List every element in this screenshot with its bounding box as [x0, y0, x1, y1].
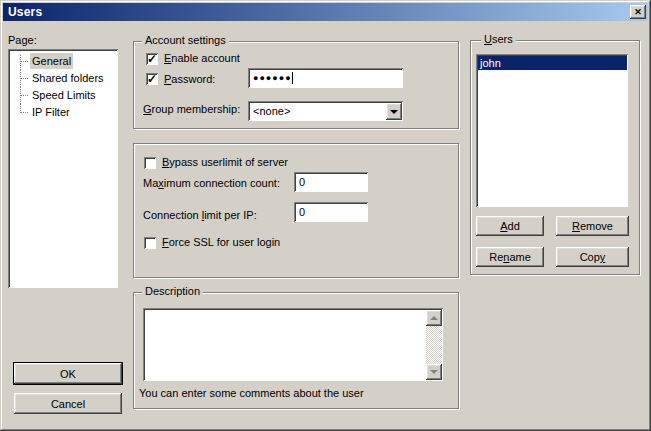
password-value: ●●●●●●: [253, 73, 292, 83]
close-button[interactable]: ✕: [630, 5, 646, 19]
scroll-up-button[interactable]: [426, 310, 442, 326]
copy-button[interactable]: Copy: [556, 247, 629, 267]
chevron-down-icon: [390, 110, 398, 118]
max-connection-count-label: Maximum connection count:: [143, 177, 280, 189]
connection-limit-per-ip-value: 0: [299, 206, 305, 218]
force-ssl-checkbox[interactable]: [144, 237, 157, 250]
close-icon: ✕: [634, 8, 642, 17]
users-group: Users john Add Remove Rename Copy: [470, 40, 640, 275]
tree-item-label: IP Filter: [30, 104, 72, 120]
text-caret: [292, 72, 293, 84]
description-textarea[interactable]: [143, 308, 444, 382]
tree-item-label: Shared folders: [30, 70, 106, 86]
account-settings-caption: Account settings: [142, 34, 229, 46]
group-membership-select[interactable]: <none>: [248, 101, 404, 122]
ok-button[interactable]: OK: [13, 362, 123, 385]
bypass-userlimit-checkbox[interactable]: [144, 157, 157, 170]
rename-button[interactable]: Rename: [476, 247, 544, 267]
combo-dropdown-button[interactable]: [386, 103, 402, 120]
max-connection-count-value: 0: [299, 176, 305, 188]
page-tree: General Shared folders Speed Limits IP F…: [8, 49, 119, 289]
tree-item-speed-limits[interactable]: Speed Limits: [8, 87, 119, 104]
tree-item-label: General: [30, 53, 73, 69]
password-checkbox[interactable]: [146, 73, 159, 86]
description-caption: Description: [142, 285, 203, 297]
force-ssl-label: Force SSL for user login: [162, 236, 280, 248]
tree-item-general[interactable]: General: [8, 53, 119, 70]
password-label: Password:: [164, 73, 215, 85]
arrow-down-icon: [430, 370, 438, 378]
users-caption: Users: [481, 33, 516, 45]
users-list: john: [476, 54, 629, 208]
password-input[interactable]: ●●●●●●: [248, 68, 404, 89]
page-label: Page:: [8, 34, 37, 46]
remove-button[interactable]: Remove: [556, 216, 629, 236]
enable-account-checkbox[interactable]: [146, 53, 159, 66]
limits-group: Bypass userlimit of server Maximum conne…: [133, 143, 459, 278]
connection-limit-per-ip-input[interactable]: 0: [294, 202, 369, 223]
scroll-down-button[interactable]: [426, 364, 442, 380]
user-list-item[interactable]: john: [478, 56, 627, 70]
tree-item-ip-filter[interactable]: IP Filter: [8, 104, 119, 121]
enable-account-label: Enable account: [164, 52, 240, 64]
tree-item-label: Speed Limits: [30, 87, 98, 103]
window-title: Users: [8, 5, 42, 19]
vertical-scrollbar[interactable]: [426, 310, 442, 380]
max-connection-count-input[interactable]: 0: [294, 172, 369, 193]
users-dialog: Users ✕ Page: General Shared folders Spe…: [0, 0, 651, 431]
account-settings-group: Account settings Enable account Password…: [133, 41, 459, 129]
bypass-userlimit-label: Bypass userlimit of server: [162, 156, 288, 168]
title-bar[interactable]: Users ✕: [3, 3, 648, 21]
connection-limit-per-ip-label: Connection limit per IP:: [143, 209, 257, 221]
group-membership-label: Group membership:: [143, 103, 240, 115]
description-hint: You can enter some comments about the us…: [139, 387, 364, 399]
group-membership-value: <none>: [253, 105, 290, 117]
description-group: Description You can enter some comments …: [133, 292, 459, 409]
tree-item-shared-folders[interactable]: Shared folders: [8, 70, 119, 87]
add-button[interactable]: Add: [476, 216, 544, 236]
cancel-button[interactable]: Cancel: [14, 393, 122, 414]
arrow-up-icon: [430, 312, 438, 320]
